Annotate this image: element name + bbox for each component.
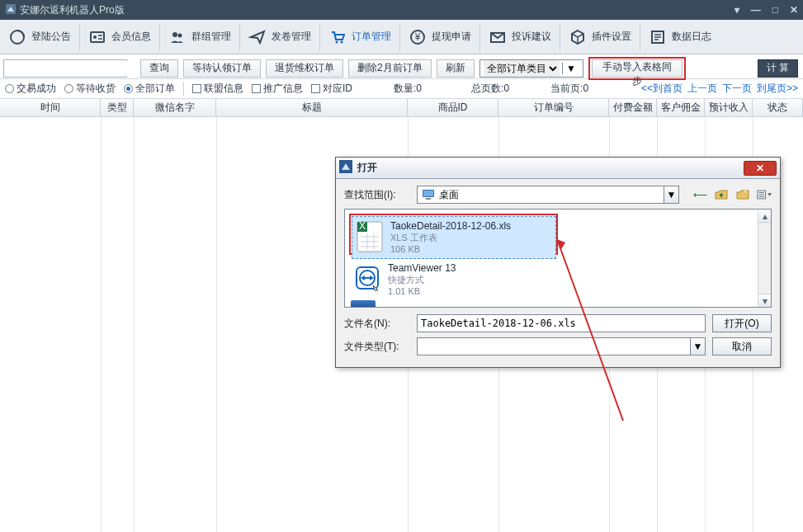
view-menu-icon[interactable] xyxy=(757,187,772,202)
radio-all[interactable]: 全部订单 xyxy=(124,82,175,96)
manual-import-button[interactable]: 手动导入表格同步 xyxy=(592,59,683,78)
file-name: TaokeDetail-2018-12-06.xls xyxy=(390,220,511,232)
check-promo[interactable]: 推广信息 xyxy=(252,82,303,96)
close-button[interactable]: ✕ xyxy=(790,4,798,16)
minimize-button[interactable]: — xyxy=(751,4,761,16)
col-title[interactable]: 标题 xyxy=(216,99,408,116)
app-icon xyxy=(5,3,17,17)
chevron-down-icon[interactable]: ▼ xyxy=(690,338,705,355)
maximize-button[interactable]: □ xyxy=(772,4,778,16)
wait-claim-button[interactable]: 等待认领订单 xyxy=(183,59,261,78)
pager: <<到首页 上一页 下一页 到尾页>> xyxy=(641,82,798,96)
nav-complaints[interactable]: 投诉建议 xyxy=(480,20,560,54)
check-union[interactable]: 联盟信息 xyxy=(192,82,243,96)
file-list[interactable]: X TaokeDetail-2018-12-06.xls XLS 工作表 106… xyxy=(344,209,772,308)
scroll-down-icon[interactable]: ▾ xyxy=(758,294,771,307)
next-page[interactable]: 下一页 xyxy=(722,82,752,96)
svg-rect-21 xyxy=(423,191,433,196)
up-folder-icon[interactable] xyxy=(714,187,729,202)
file-item-xls[interactable]: X TaokeDetail-2018-12-06.xls XLS 工作表 106… xyxy=(352,216,556,259)
file-name: TeamViewer 13 xyxy=(388,262,456,274)
nav-label: 插件设置 xyxy=(592,30,631,44)
new-folder-icon[interactable] xyxy=(735,187,750,202)
cart-icon xyxy=(328,28,347,46)
check-id[interactable]: 对应ID xyxy=(311,82,352,96)
col-income[interactable]: 预计收入 xyxy=(705,99,753,116)
search-box[interactable] xyxy=(3,59,127,78)
chevron-down-icon[interactable]: ▼ xyxy=(664,186,678,203)
filename-input[interactable] xyxy=(417,314,706,332)
dialog-close-button[interactable]: ✕ xyxy=(744,161,777,176)
table-header: 时间 类型 微信名字 标题 商品ID 订单编号 付费金额 客户佣金 预计收入 状… xyxy=(0,99,803,117)
calculate-button[interactable]: 计 算 xyxy=(758,59,798,78)
file-item-tv[interactable]: TeamViewer 13 快捷方式 1.01 KB xyxy=(350,259,555,300)
nav-withdraw[interactable]: ¥ 提现申请 xyxy=(400,20,479,54)
main-nav: 登陆公告 会员信息 群组管理 发卷管理 订单管理 ¥ 提现申请 投诉建议 插件设… xyxy=(0,20,803,54)
nav-group-manage[interactable]: 群组管理 xyxy=(160,20,239,54)
scroll-up-icon[interactable]: ▴ xyxy=(758,210,771,223)
dropdown-icon[interactable]: ▾ xyxy=(735,4,739,16)
category-select[interactable]: 全部订单类目 ▼ xyxy=(479,59,583,78)
look-in-value: 桌面 xyxy=(439,188,664,202)
nav-member-info[interactable]: 会员信息 xyxy=(80,20,159,54)
svg-rect-2 xyxy=(91,32,104,42)
search-input[interactable] xyxy=(9,61,133,76)
filter-bar: 交易成功 等待收货 全部订单 联盟信息 推广信息 对应ID 数量:0 总页数:0… xyxy=(0,79,803,99)
toolbar: 查询 等待认领订单 退货维权订单 删除2月前订单 刷新 全部订单类目 ▼ 手动导… xyxy=(0,54,803,79)
count-label: 数量:0 xyxy=(394,82,422,96)
dialog-nav-icons: ⟵ xyxy=(692,187,772,202)
nav-label: 订单管理 xyxy=(352,30,391,44)
last-page[interactable]: 到尾页>> xyxy=(757,82,798,96)
nav-login-notice[interactable]: 登陆公告 xyxy=(0,20,79,54)
nav-coupon-manage[interactable]: 发卷管理 xyxy=(240,20,319,54)
desktop-icon xyxy=(421,188,436,201)
cancel-button[interactable]: 取消 xyxy=(712,337,772,355)
send-icon xyxy=(248,28,267,46)
svg-rect-22 xyxy=(426,198,431,200)
filename-label: 文件名(N): xyxy=(344,317,410,331)
col-type[interactable]: 类型 xyxy=(101,99,134,116)
window-titlebar: 安娜尔返利机器人Pro版 ▾ — □ ✕ xyxy=(0,0,803,20)
prev-page[interactable]: 上一页 xyxy=(687,82,717,96)
svg-point-8 xyxy=(336,40,338,43)
teamviewer-icon xyxy=(353,262,381,295)
col-order-no[interactable]: 订单编号 xyxy=(498,99,609,116)
look-in-label: 查找范围(I): xyxy=(344,188,410,202)
query-button[interactable]: 查询 xyxy=(140,59,178,78)
col-paid[interactable]: 付费金额 xyxy=(609,99,657,116)
log-icon xyxy=(649,28,667,46)
partial-file-icon xyxy=(351,300,376,307)
nav-data-log[interactable]: 数据日志 xyxy=(640,20,720,54)
dialog-title: 打开 xyxy=(357,161,377,175)
open-file-dialog: 打开 ✕ 查找范围(I): 桌面 ▼ ⟵ X Tao xyxy=(335,157,781,368)
nav-label: 会员信息 xyxy=(111,30,151,44)
filetype-combo[interactable]: ▼ xyxy=(417,337,706,355)
col-time[interactable]: 时间 xyxy=(0,99,101,116)
file-type: 快捷方式 xyxy=(388,274,456,285)
col-status[interactable]: 状态 xyxy=(753,99,803,116)
refresh-button[interactable]: 刷新 xyxy=(437,59,475,78)
svg-point-3 xyxy=(93,35,97,39)
col-wechat[interactable]: 微信名字 xyxy=(134,99,216,116)
nav-label: 提现申请 xyxy=(432,30,471,44)
svg-text:X: X xyxy=(359,220,366,232)
svg-point-6 xyxy=(172,32,177,37)
look-in-combo[interactable]: 桌面 ▼ xyxy=(417,186,679,204)
col-commission[interactable]: 客户佣金 xyxy=(657,99,705,116)
delete-old-button[interactable]: 删除2月前订单 xyxy=(348,59,432,78)
radio-success[interactable]: 交易成功 xyxy=(5,82,56,96)
open-button[interactable]: 打开(O) xyxy=(712,314,772,332)
back-icon[interactable]: ⟵ xyxy=(692,187,707,202)
nav-order-manage[interactable]: 订单管理 xyxy=(320,20,399,54)
refund-button[interactable]: 退货维权订单 xyxy=(266,59,343,78)
radio-waiting[interactable]: 等待收货 xyxy=(64,82,116,96)
col-product-id[interactable]: 商品ID xyxy=(408,99,498,116)
window-title: 安娜尔返利机器人Pro版 xyxy=(20,3,125,17)
first-page[interactable]: <<到首页 xyxy=(641,82,683,96)
current-page-label: 当前页:0 xyxy=(550,82,588,96)
file-type: XLS 工作表 xyxy=(390,232,511,243)
file-list-scrollbar[interactable]: ▴ ▾ xyxy=(758,210,771,307)
filetype-label: 文件类型(T): xyxy=(344,340,410,354)
dialog-titlebar[interactable]: 打开 ✕ xyxy=(336,158,780,179)
nav-plugins[interactable]: 插件设置 xyxy=(560,20,640,54)
